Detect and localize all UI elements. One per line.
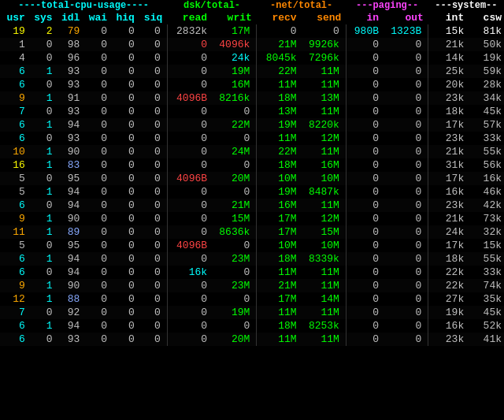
cell-sys: 0 (28, 239, 55, 252)
table-row: 121880000017M14M0027k35k (0, 292, 504, 306)
cell-sys: 1 (28, 252, 55, 266)
cell-usr: 5 (0, 185, 28, 199)
cell-usr: 6 (0, 118, 28, 132)
cell-send: 12M (299, 212, 346, 225)
cell-send: 15M (299, 225, 346, 239)
cell-sys: 2 (28, 24, 55, 38)
cell-recv: 17M (257, 292, 299, 306)
cell-send: 12M (299, 132, 346, 145)
cell-read: 0 (167, 38, 209, 51)
cell-wai: 0 (82, 333, 109, 346)
table-row: 50950004096B20M10M10M0017k16k (0, 172, 504, 185)
cell-read: 2832k (167, 24, 209, 38)
cell-siq: 0 (137, 199, 167, 212)
cell-siq: 0 (137, 266, 167, 279)
cell-out: 0 (381, 145, 428, 158)
cell-hiq: 0 (109, 279, 137, 292)
table-row: 6093000020M11M11M0023k41k (0, 333, 504, 346)
cell-siq: 0 (137, 105, 167, 118)
cell-recv: 22M (257, 145, 299, 158)
cell-writ: 23M (209, 279, 257, 292)
cell-idl: 94 (55, 252, 83, 266)
cell-recv: 18M (257, 319, 299, 333)
cell-sys: 1 (28, 158, 55, 172)
cell-csw: 74k (466, 279, 504, 292)
cell-int: 23k (428, 199, 466, 212)
cell-recv: 16M (257, 199, 299, 212)
cell-in: 0 (346, 212, 381, 225)
cell-out: 0 (381, 212, 428, 225)
cell-wai: 0 (82, 145, 109, 158)
cell-sys: 1 (28, 185, 55, 199)
cell-idl: 93 (55, 132, 83, 145)
cell-wai: 0 (82, 172, 109, 185)
cell-siq: 0 (137, 145, 167, 158)
cell-csw: 45k (466, 105, 504, 118)
cpu-section-label: ----total-cpu-usage---- (0, 0, 167, 11)
hdr-send: send (299, 11, 346, 24)
cell-read: 0 (167, 252, 209, 266)
cell-idl: 95 (55, 172, 83, 185)
cell-idl: 89 (55, 225, 83, 239)
cell-int: 16k (428, 319, 466, 333)
hdr-csw: csw (466, 11, 504, 24)
cell-hiq: 0 (109, 158, 137, 172)
cell-out: 0 (381, 91, 428, 105)
cell-read: 0 (167, 199, 209, 212)
cell-wai: 0 (82, 306, 109, 319)
cell-in: 0 (346, 252, 381, 266)
hdr-read: read (167, 11, 209, 24)
table-row: 7092000019M11M11M0019k45k (0, 306, 504, 319)
cell-siq: 0 (137, 78, 167, 91)
cell-send: 8339k (299, 252, 346, 266)
cell-sys: 1 (28, 91, 55, 105)
cell-recv: 10M (257, 239, 299, 252)
dsk-section-label: dsk/total- (167, 0, 257, 11)
cell-usr: 5 (0, 239, 28, 252)
cell-usr: 5 (0, 172, 28, 185)
cell-sys: 1 (28, 292, 55, 306)
cell-int: 27k (428, 292, 466, 306)
cell-idl: 94 (55, 266, 83, 279)
table-row: 609400016k011M11M0022k33k (0, 266, 504, 279)
cell-in: 0 (346, 105, 381, 118)
cell-int: 17k (428, 239, 466, 252)
cell-siq: 0 (137, 252, 167, 266)
table-row: 9190000015M17M12M0021k73k (0, 212, 504, 225)
cell-out: 0 (381, 132, 428, 145)
cell-read: 4096B (167, 172, 209, 185)
cell-usr: 6 (0, 199, 28, 212)
cell-out: 0 (381, 172, 428, 185)
cell-out: 0 (381, 252, 428, 266)
cell-wai: 0 (82, 91, 109, 105)
cell-recv: 8045k (257, 51, 299, 65)
cell-int: 15k (428, 24, 466, 38)
hdr-int: int (428, 11, 466, 24)
cell-sys: 0 (28, 333, 55, 346)
cell-in: 0 (346, 145, 381, 158)
cell-send: 11M (299, 65, 346, 78)
table-row: 60930000011M12M0023k33k (0, 132, 504, 145)
cell-send: 8220k (299, 118, 346, 132)
cell-out: 0 (381, 333, 428, 346)
cell-hiq: 0 (109, 212, 137, 225)
cell-idl: 94 (55, 199, 83, 212)
cell-in: 0 (346, 172, 381, 185)
cell-usr: 6 (0, 252, 28, 266)
cell-send: 11M (299, 279, 346, 292)
cell-int: 17k (428, 118, 466, 132)
cell-send: 14M (299, 292, 346, 306)
cell-csw: 52k (466, 319, 504, 333)
cell-usr: 12 (0, 292, 28, 306)
cell-int: 19k (428, 306, 466, 319)
cell-send: 7296k (299, 51, 346, 65)
dstat-table: ----total-cpu-usage---- dsk/total- -net/… (0, 0, 504, 346)
hdr-out: out (381, 11, 428, 24)
cell-int: 31k (428, 158, 466, 172)
cell-writ: 15M (209, 212, 257, 225)
cell-siq: 0 (137, 38, 167, 51)
cell-siq: 0 (137, 225, 167, 239)
cell-csw: 59k (466, 65, 504, 78)
cell-out: 0 (381, 266, 428, 279)
cell-usr: 19 (0, 24, 28, 38)
